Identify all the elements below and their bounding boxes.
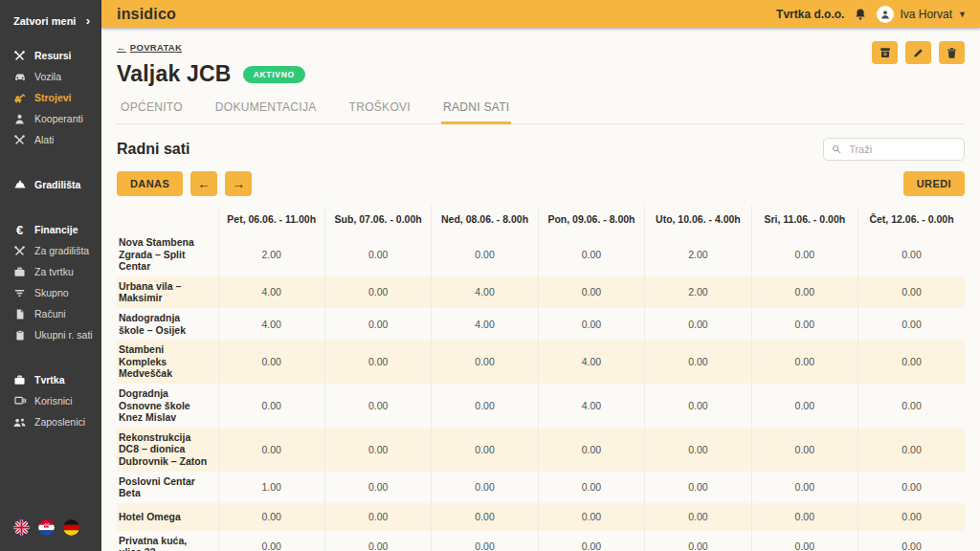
sidebar-item-ukupni-r-sati[interactable]: Ukupni r. sati <box>0 324 101 345</box>
notifications-bell-icon[interactable] <box>854 8 867 21</box>
day-column-header: Pon, 09.06. - 8.00h <box>538 206 644 232</box>
sidebar-item-ra-uni[interactable]: Računi <box>0 303 101 324</box>
language-switcher <box>0 519 101 551</box>
sidebar-item-label: Financije <box>34 224 78 235</box>
sidebar-item-resursi[interactable]: Resursi <box>0 45 101 66</box>
sidebar-item-strojevi[interactable]: Strojevi <box>0 87 101 108</box>
hours-cell: 0.00 <box>645 428 751 472</box>
archive-button[interactable] <box>872 41 898 64</box>
hours-cell: 0.00 <box>751 340 858 384</box>
day-column-header: Sri, 11.06. - 0.00h <box>751 206 858 232</box>
page-header: ← POVRATAK Valjak JCB AKTIVNO <box>117 37 965 98</box>
next-week-button[interactable]: → <box>225 171 252 196</box>
table-row: Nadogradnja škole – Osijek4.000.004.000.… <box>117 308 965 340</box>
hours-cell: 4.00 <box>432 308 538 340</box>
sidebar-item-label: Vozila <box>34 71 61 82</box>
hours-cell: 0.00 <box>218 428 324 472</box>
search-input[interactable] <box>847 143 956 156</box>
edit-hours-button[interactable]: UREDI <box>903 171 965 196</box>
tab-tro-kovi[interactable]: TROŠKOVI <box>347 98 412 124</box>
language-english-flag[interactable] <box>13 519 30 536</box>
sidebar-item-financije[interactable]: €Financije <box>0 219 101 240</box>
hours-cell: 0.00 <box>645 384 751 428</box>
hours-cell: 0.00 <box>432 503 538 531</box>
hours-cell: 0.00 <box>751 308 858 340</box>
hours-cell: 0.00 <box>324 472 431 503</box>
hours-cell: 0.00 <box>324 308 431 340</box>
search-box[interactable] <box>823 138 965 161</box>
sidebar-item-label: Tvrtka <box>34 374 65 386</box>
sidebar-item-gradili-ta[interactable]: Gradilišta <box>0 174 101 195</box>
user-menu[interactable]: Iva Horvat ▼ <box>877 6 967 23</box>
car-icon <box>12 70 27 83</box>
worklog-toolbar: DANAS ← → UREDI <box>117 171 965 196</box>
language-german-flag[interactable] <box>63 519 79 536</box>
hours-cell: 0.00 <box>858 276 965 308</box>
sidebar-item-tvrtka[interactable]: Tvrtka <box>0 369 101 390</box>
delete-button[interactable] <box>939 41 965 64</box>
hours-cell: 0.00 <box>324 232 431 276</box>
hours-cell: 0.00 <box>751 472 858 503</box>
hours-cell: 4.00 <box>538 340 644 384</box>
sidebar-item-label: Za gradilišta <box>34 245 89 256</box>
sidebar-toggle[interactable]: Zatvori meni › <box>0 11 101 30</box>
app-root: Zatvori meni › ResursiVozilaStrojeviKoop… <box>0 0 980 551</box>
user-name: Iva Horvat <box>900 8 952 21</box>
uk-flag-icon <box>13 519 30 536</box>
topbar-right: Tvrtka d.o.o. Iva Horvat ▼ <box>776 6 967 23</box>
back-link[interactable]: ← POVRATAK <box>117 42 182 53</box>
hours-cell: 0.00 <box>538 276 644 308</box>
chevron-down-icon: ▼ <box>958 10 967 19</box>
table-header-row: Pet, 06.06. - 11.00hSub, 07.06. - 0.00hN… <box>117 206 965 232</box>
language-croatian-flag[interactable] <box>38 519 55 536</box>
header-actions <box>872 41 965 64</box>
hours-cell: 0.00 <box>645 308 751 340</box>
prev-week-button[interactable]: ← <box>190 171 217 196</box>
worklog-header: Radni sati <box>117 138 965 161</box>
hours-cell: 0.00 <box>538 232 644 276</box>
company-name: Tvrtka d.o.o. <box>776 8 844 21</box>
hours-cell: 0.00 <box>751 428 858 472</box>
edit-button[interactable] <box>905 41 931 64</box>
tab-op-enito[interactable]: OPĆENITO <box>119 98 185 124</box>
search-icon <box>832 143 841 155</box>
page-title: Valjak JCB <box>117 61 232 87</box>
hours-cell: 0.00 <box>432 472 538 503</box>
person-icon <box>12 113 27 125</box>
hours-cell: 0.00 <box>538 308 644 340</box>
sidebar-item-zaposlenici[interactable]: Zaposlenici <box>0 411 101 432</box>
euro-icon: € <box>12 224 27 236</box>
user-avatar-icon <box>877 6 894 23</box>
table-row: Hotel Omega0.000.000.000.000.000.000.00 <box>117 503 965 531</box>
hours-cell: 0.00 <box>751 276 858 308</box>
sidebar-item-kooperanti[interactable]: Kooperanti <box>0 108 101 129</box>
day-column-header: Pet, 06.06. - 11.00h <box>218 206 324 232</box>
pencil-icon <box>912 47 924 59</box>
tab-dokumentacija[interactable]: DOKUMENTACIJA <box>213 98 319 124</box>
people-icon <box>12 416 27 429</box>
sidebar-item-za-gradili-ta[interactable]: Za gradilišta <box>0 240 101 261</box>
sidebar-item-skupno[interactable]: Skupno <box>0 282 101 303</box>
today-button[interactable]: DANAS <box>117 171 183 196</box>
arrow-right-icon: → <box>232 176 245 191</box>
tab-radni-sati[interactable]: RADNI SATI <box>441 98 511 124</box>
sidebar-item-label: Skupno <box>34 287 69 298</box>
archive-icon <box>879 46 892 59</box>
hours-cell: 0.00 <box>858 384 965 428</box>
hours-cell: 2.00 <box>218 232 324 276</box>
sidebar: Zatvori meni › ResursiVozilaStrojeviKoop… <box>0 0 101 551</box>
hours-cell: 4.00 <box>538 384 644 428</box>
hours-cell: 0.00 <box>645 340 751 384</box>
sidebar-item-alati[interactable]: Alati <box>0 129 101 150</box>
arrow-left-icon: ← <box>117 42 126 53</box>
sidebar-item-vozila[interactable]: Vozila <box>0 66 101 87</box>
site-name: Dogradnja Osnovne škole Knez Mislav <box>117 384 218 428</box>
hours-cell: 0.00 <box>751 531 858 551</box>
sidebar-item-korisnici[interactable]: Korisnici <box>0 390 101 411</box>
hours-cell: 2.00 <box>645 276 751 308</box>
sidebar-toggle-label: Zatvori meni <box>13 15 76 27</box>
croatia-flag-icon <box>38 519 55 536</box>
sidebar-item-za-tvrtku[interactable]: Za tvrtku <box>0 261 101 282</box>
day-column-header: Ned, 08.06. - 8.00h <box>432 206 538 232</box>
hours-cell: 0.00 <box>432 232 538 276</box>
